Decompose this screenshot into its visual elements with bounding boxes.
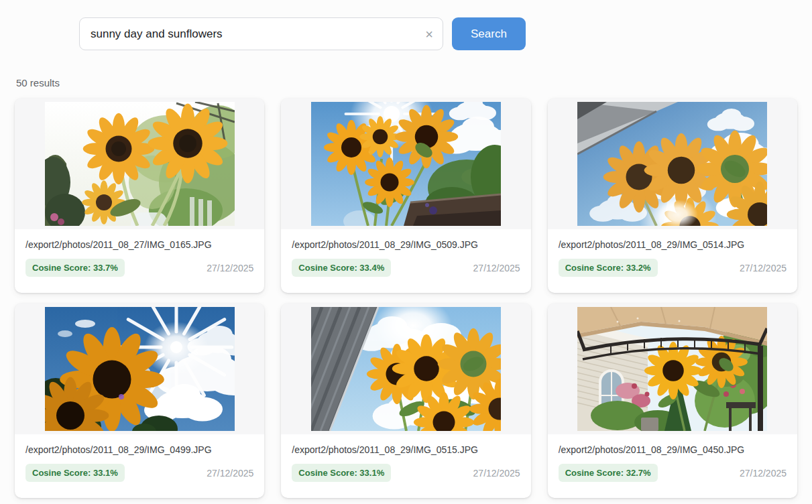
result-date: 27/12/2025 — [207, 468, 253, 479]
result-photo-frame — [548, 304, 797, 434]
cosine-score-badge: Cosine Score: 33.4% — [292, 259, 391, 277]
result-meta-row: Cosine Score: 33.2% 27/12/2025 — [559, 259, 787, 277]
result-file-path: /export2/photos/2011_08_29/IMG_0515.JPG — [292, 444, 520, 455]
result-photo-frame — [281, 304, 530, 434]
result-meta-row: Cosine Score: 33.1% 27/12/2025 — [25, 464, 253, 482]
result-card[interactable]: /export2/photos/2011_08_29/IMG_0515.JPG … — [281, 304, 530, 498]
result-meta-row: Cosine Score: 33.1% 27/12/2025 — [292, 464, 520, 482]
result-date: 27/12/2025 — [473, 263, 520, 273]
result-card[interactable]: /export2/photos/2011_08_27/IMG_0165.JPG … — [15, 99, 264, 293]
result-info: /export2/photos/2011_08_29/IMG_0509.JPG … — [281, 229, 530, 293]
result-photo — [577, 307, 767, 431]
result-file-path: /export2/photos/2011_08_29/IMG_0499.JPG — [25, 444, 253, 455]
search-button[interactable]: Search — [452, 17, 526, 50]
result-info: /export2/photos/2011_08_29/IMG_0499.JPG … — [15, 434, 264, 498]
result-photo-frame — [15, 99, 264, 229]
result-info: /export2/photos/2011_08_27/IMG_0165.JPG … — [15, 229, 264, 293]
result-file-path: /export2/photos/2011_08_27/IMG_0165.JPG — [25, 239, 253, 250]
result-photo-frame — [548, 99, 797, 229]
result-date: 27/12/2025 — [207, 263, 253, 273]
cosine-score-badge: Cosine Score: 33.1% — [25, 464, 125, 482]
result-meta-row: Cosine Score: 33.4% 27/12/2025 — [292, 259, 520, 277]
result-meta-row: Cosine Score: 32.7% 27/12/2025 — [559, 464, 787, 482]
result-photo — [45, 307, 235, 431]
result-photo-frame — [15, 304, 264, 434]
result-info: /export2/photos/2011_08_29/IMG_0514.JPG … — [548, 229, 797, 293]
result-info: /export2/photos/2011_08_29/IMG_0450.JPG … — [548, 434, 797, 498]
result-photo — [45, 102, 235, 226]
result-meta-row: Cosine Score: 33.7% 27/12/2025 — [25, 259, 253, 277]
search-input[interactable] — [79, 17, 443, 50]
result-date: 27/12/2025 — [473, 468, 520, 479]
result-card[interactable]: /export2/photos/2011_08_29/IMG_0450.JPG … — [548, 304, 797, 498]
result-card[interactable]: /export2/photos/2011_08_29/IMG_0514.JPG … — [548, 99, 797, 293]
cosine-score-badge: Cosine Score: 32.7% — [559, 464, 658, 482]
result-file-path: /export2/photos/2011_08_29/IMG_0450.JPG — [559, 444, 787, 455]
result-photo-frame — [281, 99, 530, 229]
result-date: 27/12/2025 — [740, 263, 787, 273]
search-bar: × Search — [0, 0, 812, 50]
results-count: 50 results — [16, 77, 812, 88]
result-file-path: /export2/photos/2011_08_29/IMG_0514.JPG — [559, 239, 787, 250]
result-info: /export2/photos/2011_08_29/IMG_0515.JPG … — [281, 434, 530, 498]
result-photo — [311, 102, 501, 226]
cosine-score-badge: Cosine Score: 33.7% — [25, 259, 125, 277]
cosine-score-badge: Cosine Score: 33.2% — [559, 259, 658, 277]
result-date: 27/12/2025 — [740, 468, 787, 479]
result-file-path: /export2/photos/2011_08_29/IMG_0509.JPG — [292, 239, 520, 250]
result-photo — [577, 102, 767, 226]
clear-search-icon[interactable]: × — [425, 27, 433, 41]
results-grid: /export2/photos/2011_08_27/IMG_0165.JPG … — [15, 99, 797, 498]
cosine-score-badge: Cosine Score: 33.1% — [292, 464, 391, 482]
result-card[interactable]: /export2/photos/2011_08_29/IMG_0499.JPG … — [15, 304, 264, 498]
result-photo — [311, 307, 501, 431]
result-card[interactable]: /export2/photos/2011_08_29/IMG_0509.JPG … — [281, 99, 530, 293]
search-input-container: × — [79, 17, 443, 50]
